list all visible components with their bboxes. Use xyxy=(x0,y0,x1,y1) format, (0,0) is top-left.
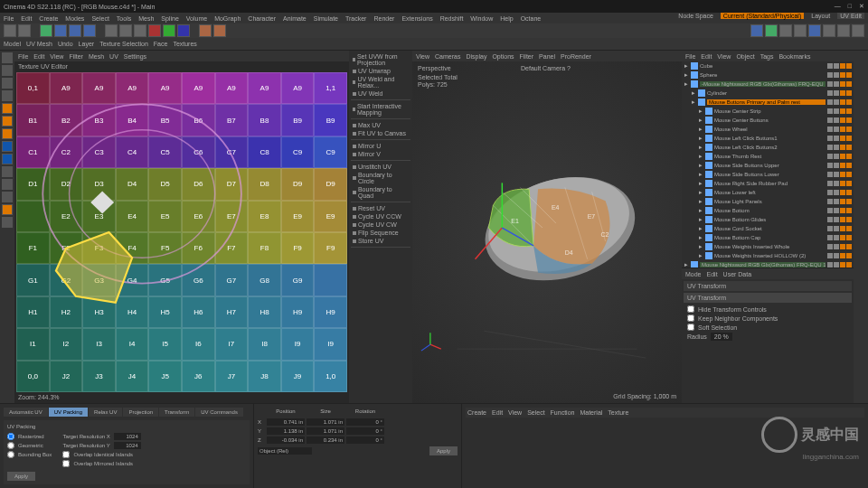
menu-item[interactable]: User Data xyxy=(723,271,752,277)
tool-icon[interactable] xyxy=(134,24,146,37)
object-row[interactable]: ▸Cube xyxy=(682,61,854,70)
menu-item[interactable]: Material xyxy=(580,409,602,416)
max-button[interactable]: □ xyxy=(848,3,852,10)
deformer-icon[interactable] xyxy=(808,24,821,37)
menu-item[interactable]: Help xyxy=(500,15,513,22)
object-row[interactable]: ▸Mouse Buttons Primary and Palm rest xyxy=(682,98,854,107)
menu-item[interactable]: Spline xyxy=(161,15,178,22)
menu-item[interactable]: Create xyxy=(467,409,486,416)
menu-item[interactable]: View xyxy=(50,53,63,60)
object-row[interactable]: ▸Mouse Light Panels xyxy=(682,197,854,206)
tab-relax-uv[interactable]: Relax UV xyxy=(89,408,122,417)
menu-item[interactable]: Select xyxy=(91,15,108,22)
menu-item[interactable]: Settings xyxy=(124,53,146,60)
prim-cube-icon[interactable] xyxy=(750,24,763,37)
render-icon[interactable] xyxy=(199,24,212,37)
menu-item[interactable]: Undo xyxy=(58,41,73,47)
soft-icon[interactable] xyxy=(2,204,13,215)
uv-tool-item[interactable]: Cycle UV CW xyxy=(351,221,410,229)
menu-item[interactable]: View xyxy=(717,53,731,60)
tab-uv-commands[interactable]: UV Commands xyxy=(195,408,243,417)
mode-icon[interactable] xyxy=(2,65,13,76)
menu-item[interactable]: Object xyxy=(736,53,754,60)
object-row[interactable]: ▸Mouse Wheel xyxy=(682,125,854,134)
x-size[interactable]: 1.071 in xyxy=(307,418,344,426)
y-pos[interactable]: 1.138 in xyxy=(267,427,305,435)
menu-item[interactable]: ProRender xyxy=(561,53,591,60)
menu-item[interactable]: Texture xyxy=(608,409,628,416)
object-row[interactable]: ▸Mouse Lower left xyxy=(682,188,854,197)
y-rot[interactable]: 0 ° xyxy=(346,427,384,435)
uv-tool-item[interactable]: Cycle UV CCW xyxy=(351,212,410,221)
uv-tool-item[interactable]: UV Weld xyxy=(351,89,410,98)
uv-tool-item[interactable]: Boundary to Quad xyxy=(351,185,410,200)
menu-item[interactable]: Options xyxy=(492,53,514,60)
object-row[interactable]: ▸Mouse Left Click Buttons1 xyxy=(682,134,854,143)
menu-item[interactable]: Tracker xyxy=(345,15,366,22)
menu-item[interactable]: Filter xyxy=(69,53,83,60)
uv-tool-item[interactable]: Store UV xyxy=(351,237,410,245)
menu-item[interactable]: File xyxy=(685,53,695,60)
zaxis-icon[interactable] xyxy=(177,24,190,37)
menu-item[interactable]: Textures xyxy=(173,41,196,47)
light-icon[interactable] xyxy=(852,24,864,37)
mode-icon[interactable] xyxy=(2,90,13,101)
menu-item[interactable]: UV xyxy=(109,53,118,60)
object-row[interactable]: ▸Mouse Center Buttons xyxy=(682,116,854,125)
uv-poly-icon[interactable] xyxy=(2,154,13,164)
menu-item[interactable]: Create xyxy=(39,15,58,22)
object-row[interactable]: ▸Mouse Bottom Cap xyxy=(682,233,854,242)
prim-spline-icon[interactable] xyxy=(765,24,778,37)
menu-item[interactable]: Mesh xyxy=(138,15,154,22)
menu-item[interactable]: Redshift xyxy=(440,15,464,22)
render-settings-icon[interactable] xyxy=(213,24,226,37)
x-rot[interactable]: 0 ° xyxy=(346,418,384,426)
resx-value[interactable]: 1024 xyxy=(114,433,141,440)
overlap-mirror-checkbox[interactable] xyxy=(62,460,70,467)
menu-item[interactable]: Edit xyxy=(492,409,503,416)
poly-mode-icon[interactable] xyxy=(2,128,13,139)
uv-tool-item[interactable]: UV Weld and Relax... xyxy=(351,75,410,89)
menu-item[interactable]: Model xyxy=(4,41,21,47)
point-mode-icon[interactable] xyxy=(2,103,13,114)
select-icon[interactable] xyxy=(40,24,52,37)
object-row[interactable]: ▸Mouse Center Strip xyxy=(682,107,854,116)
uv-tool-item[interactable]: Set UVW from Projection xyxy=(351,52,410,67)
uv-tool-item[interactable]: Mirror V xyxy=(351,150,410,158)
menu-item[interactable]: Tags xyxy=(760,53,774,60)
redo-icon[interactable] xyxy=(18,24,31,37)
radius-value[interactable]: 20 % xyxy=(711,333,732,341)
menu-item[interactable]: Edit xyxy=(701,53,712,60)
node-space-value[interactable]: Current (Standard/Physical) xyxy=(721,13,804,19)
uv-tool-item[interactable]: Boundary to Circle xyxy=(351,171,410,185)
env-icon[interactable] xyxy=(823,24,835,37)
tab-projection[interactable]: Projection xyxy=(123,408,158,417)
rasterized-radio[interactable] xyxy=(7,433,14,440)
tab-transform[interactable]: Transform xyxy=(159,408,194,417)
uv-tool-item[interactable]: Flip Sequence xyxy=(351,229,410,237)
z-pos[interactable]: -0.034 in xyxy=(267,436,305,444)
cam-icon[interactable] xyxy=(837,24,850,37)
menu-item[interactable]: Mode xyxy=(685,271,702,277)
object-row[interactable]: ▸-Mouse Nightsword RGB Glx(Gthomas) FRQ-… xyxy=(682,80,854,89)
apply-button[interactable]: Apply xyxy=(7,472,35,481)
menu-item[interactable]: Octane xyxy=(521,15,542,22)
uv-tool-item[interactable]: Unstitch UV xyxy=(351,163,410,171)
menu-item[interactable]: Face xyxy=(154,41,168,47)
geometric-radio[interactable] xyxy=(7,442,14,449)
menu-item[interactable]: Function xyxy=(551,409,575,416)
menu-item[interactable]: View xyxy=(508,409,522,416)
object-row[interactable]: ▸Mouse Right Side Rubber Pad xyxy=(682,179,854,188)
tool-icon[interactable] xyxy=(119,24,132,37)
tool-icon[interactable] xyxy=(105,24,118,37)
prim-icon[interactable] xyxy=(779,24,792,37)
menu-item[interactable]: Select xyxy=(527,409,544,416)
menu-item[interactable]: Panel xyxy=(539,53,555,60)
menu-item[interactable]: Edit xyxy=(33,53,44,60)
axis-icon[interactable] xyxy=(2,192,13,202)
object-row[interactable]: ▸Mouse Side Buttons Lower xyxy=(682,170,854,179)
hide-transform-checkbox[interactable] xyxy=(687,305,694,313)
tool-icon[interactable] xyxy=(2,217,13,228)
uv-tool-item[interactable]: Reset UV xyxy=(351,204,410,212)
menu-item[interactable]: Mesh xyxy=(89,53,104,60)
